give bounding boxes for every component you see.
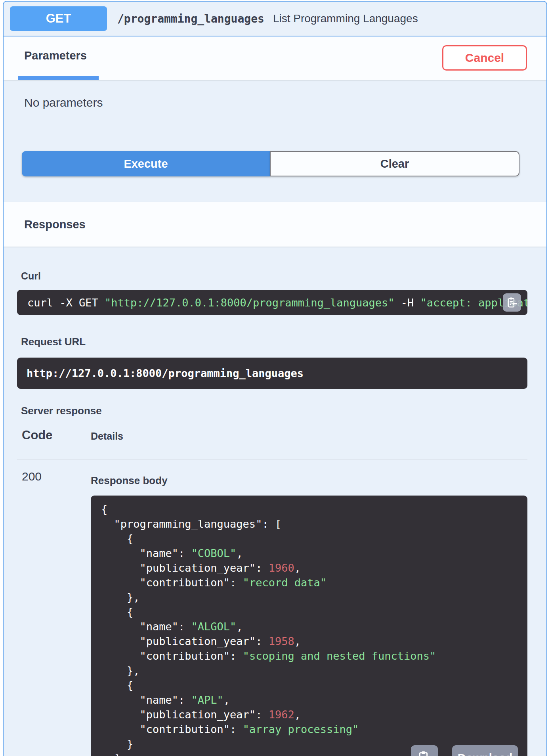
operation-block: GET /programming_languages List Programm… bbox=[3, 1, 547, 756]
operation-summary[interactable]: GET /programming_languages List Programm… bbox=[4, 2, 546, 36]
response-actions: Download bbox=[411, 745, 518, 756]
parameters-section-header: Parameters Cancel bbox=[4, 36, 546, 80]
execute-button[interactable]: Execute bbox=[22, 151, 270, 176]
response-json-line: "contribution": "scoping and nested func… bbox=[101, 649, 527, 663]
responses-title: Responses bbox=[24, 218, 86, 231]
response-json-line: }, bbox=[101, 590, 527, 605]
request-url-text: http://127.0.0.1:8000/programming_langua… bbox=[27, 367, 304, 379]
request-url-block: http://127.0.0.1:8000/programming_langua… bbox=[17, 358, 527, 389]
response-json-line: { bbox=[101, 605, 527, 619]
copy-to-clipboard-button[interactable] bbox=[503, 293, 521, 312]
curl-label: Curl bbox=[21, 270, 527, 282]
responses-section-header: Responses bbox=[4, 202, 546, 247]
response-json-line: "name": "ALGOL", bbox=[101, 619, 527, 634]
active-tab-indicator bbox=[18, 76, 99, 80]
download-button[interactable]: Download bbox=[452, 745, 518, 756]
no-parameters-message: No parameters bbox=[22, 96, 519, 109]
response-json-line: "contribution": "array processing" bbox=[101, 722, 527, 737]
response-json-line: "publication_year": 1960, bbox=[101, 561, 527, 575]
status-code: 200 bbox=[17, 470, 91, 756]
response-json-line: "contribution": "record data" bbox=[101, 575, 527, 590]
curl-command-text: curl -X GET "http://127.0.0.1:8000/progr… bbox=[27, 297, 527, 309]
response-json-line: "publication_year": 1958, bbox=[101, 634, 527, 649]
curl-command-block: curl -X GET "http://127.0.0.1:8000/progr… bbox=[17, 290, 527, 315]
response-json-line: { bbox=[101, 678, 527, 693]
response-json-line: "publication_year": 1962, bbox=[101, 707, 527, 722]
details-column-header: Details bbox=[91, 428, 123, 442]
copy-response-button[interactable] bbox=[411, 745, 438, 756]
request-url-label: Request URL bbox=[21, 336, 527, 348]
response-json-line: { bbox=[101, 531, 527, 546]
response-body-label: Response body bbox=[91, 475, 527, 487]
response-json-line: "name": "COBOL", bbox=[101, 546, 527, 561]
operation-path: /programming_languages bbox=[117, 12, 264, 25]
http-method-badge: GET bbox=[10, 6, 107, 31]
code-column-header: Code bbox=[17, 428, 91, 442]
server-response-title: Server response bbox=[21, 405, 527, 417]
cancel-button[interactable]: Cancel bbox=[442, 45, 527, 71]
response-body-block: { "programming_languages": [ { "name": "… bbox=[91, 496, 527, 756]
clipboard-copy-icon bbox=[506, 297, 518, 308]
parameters-body: No parameters Execute Clear bbox=[4, 80, 546, 202]
response-row-200: 200 Response body { "programming_languag… bbox=[17, 459, 527, 756]
tab-parameters[interactable]: Parameters bbox=[24, 49, 87, 62]
operation-summary-text: List Programming Languages bbox=[273, 12, 418, 25]
execute-button-group: Execute Clear bbox=[22, 151, 519, 176]
response-json-line: "name": "APL", bbox=[101, 693, 527, 707]
response-table-header: Code Details bbox=[17, 417, 527, 459]
server-response-table: Code Details 200 Response body { "progra… bbox=[17, 417, 527, 756]
responses-body: Curl curl -X GET "http://127.0.0.1:8000/… bbox=[4, 247, 546, 756]
response-json-line: { bbox=[101, 502, 527, 517]
clear-button[interactable]: Clear bbox=[270, 151, 519, 176]
response-json-line: "programming_languages": [ bbox=[101, 517, 527, 531]
response-json-line: }, bbox=[101, 663, 527, 678]
clipboard-copy-icon bbox=[416, 750, 432, 756]
response-json-text: { "programming_languages": [ { "name": "… bbox=[101, 502, 527, 756]
